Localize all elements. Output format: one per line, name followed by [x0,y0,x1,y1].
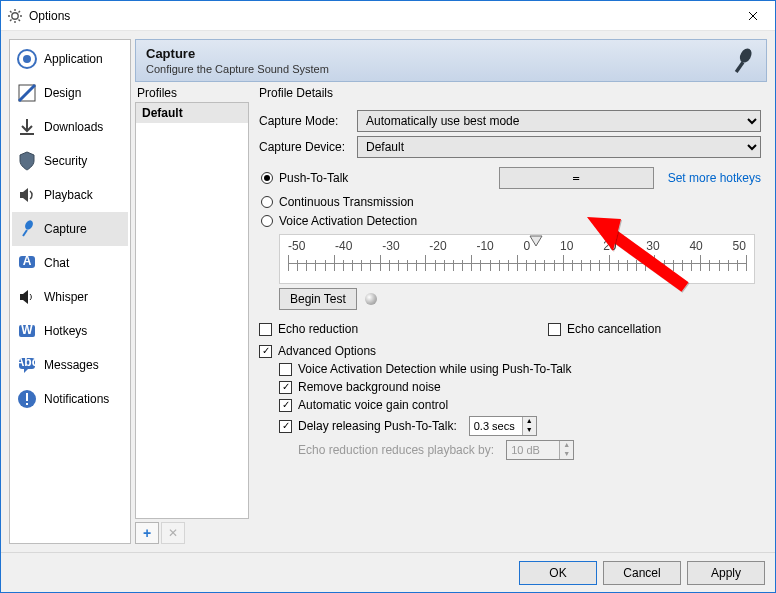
hotkeys-icon: W [16,320,38,342]
sidebar-item-chat[interactable]: A Chat [12,246,128,280]
delay-spinner[interactable]: ▲▼ [469,416,537,436]
details-header: Profile Details [257,86,767,100]
echo-reduction-spinner: ▲▼ [506,440,574,460]
profiles-column: Profiles Default + ✕ [135,86,249,544]
sidebar-label: Downloads [44,120,103,134]
sidebar-item-application[interactable]: Application [12,42,128,76]
microphone-icon [728,46,758,76]
slider-thumb-icon[interactable] [529,235,543,247]
svg-text:Abc: Abc [16,355,38,369]
page-subtitle: Configure the Capture Sound System [146,63,720,75]
cancel-button[interactable]: Cancel [603,561,681,585]
window-body: Application Design Downloads Security Pl… [1,31,775,552]
vad-threshold-slider[interactable]: -50 -40 -30 -20 -10 0 10 20 30 40 50 [279,234,755,284]
svg-line-25 [736,62,743,72]
content-pane: Capture Configure the Capture Sound Syst… [135,39,767,544]
echo-reduction-amount-row: Echo reduction reduces playback by: ▲▼ [279,440,761,460]
sidebar-item-whisper[interactable]: Whisper [12,280,128,314]
add-profile-button[interactable]: + [135,522,159,544]
svg-line-5 [10,11,12,13]
sidebar-item-downloads[interactable]: Downloads [12,110,128,144]
checkbox-icon: ✓ [279,381,292,394]
capture-mode-select[interactable]: Automatically use best mode [357,110,761,132]
capture-device-select[interactable]: Default [357,136,761,158]
radio-dot-icon [261,215,273,227]
echo-reduction-checkbox[interactable]: Echo reduction [259,322,358,336]
chat-icon: A [16,252,38,274]
svg-line-14 [23,230,27,236]
gear-icon [7,8,23,24]
svg-text:A: A [23,254,32,268]
category-sidebar: Application Design Downloads Security Pl… [9,39,131,544]
remove-bg-noise-checkbox[interactable]: ✓ Remove background noise [279,380,761,394]
sidebar-item-capture[interactable]: Capture [12,212,128,246]
microphone-icon [16,218,38,240]
vad-while-ptt-checkbox[interactable]: Voice Activation Detection while using P… [279,362,761,376]
apply-button[interactable]: Apply [687,561,765,585]
whisper-icon [16,286,38,308]
svg-rect-23 [26,403,28,405]
plus-icon: + [143,525,151,541]
sidebar-item-messages[interactable]: Abc Messages [12,348,128,382]
svg-line-7 [10,19,12,21]
design-icon [16,82,38,104]
delay-ptt-checkbox[interactable]: ✓ Delay releasing Push-To-Talk: ▲▼ [279,416,761,436]
dialog-footer: OK Cancel Apply [1,552,775,592]
echo-cancellation-checkbox[interactable]: Echo cancellation [548,322,661,336]
svg-point-10 [23,55,31,63]
profile-details: Profile Details Capture Mode: Automatica… [257,86,767,544]
radio-dot-icon [261,196,273,208]
continuous-radio[interactable]: Continuous Transmission [261,195,761,209]
options-window: Options Application Design Downloads Sec… [0,0,776,593]
download-icon [16,116,38,138]
sidebar-label: Design [44,86,81,100]
close-button[interactable] [730,1,775,31]
page-banner: Capture Configure the Capture Sound Syst… [135,39,767,82]
sidebar-label: Security [44,154,87,168]
window-title: Options [29,9,730,23]
radio-dot-icon [261,172,273,184]
set-more-hotkeys-link[interactable]: Set more hotkeys [668,171,761,185]
sidebar-item-security[interactable]: Security [12,144,128,178]
page-title: Capture [146,46,720,61]
speaker-icon [16,184,38,206]
app-icon [16,48,38,70]
profile-item[interactable]: Default [136,103,248,123]
sidebar-item-hotkeys[interactable]: W Hotkeys [12,314,128,348]
sidebar-label: Capture [44,222,87,236]
radio-label: Voice Activation Detection [279,214,417,228]
sidebar-label: Chat [44,256,69,270]
checkbox-icon [548,323,561,336]
auto-gain-checkbox[interactable]: ✓ Automatic voice gain control [279,398,761,412]
ptt-hotkey-field[interactable]: = [499,167,654,189]
titlebar: Options [1,1,775,31]
svg-rect-22 [26,393,28,401]
delete-profile-button[interactable]: ✕ [161,522,185,544]
sidebar-item-playback[interactable]: Playback [12,178,128,212]
advanced-options-checkbox[interactable]: ✓ Advanced Options [259,344,761,358]
sidebar-label: Playback [44,188,93,202]
svg-line-6 [19,19,21,21]
radio-label: Push-To-Talk [279,171,348,185]
shield-icon [16,150,38,172]
radio-label: Continuous Transmission [279,195,414,209]
begin-test-button[interactable]: Begin Test [279,288,357,310]
capture-device-label: Capture Device: [259,140,351,154]
sidebar-item-notifications[interactable]: Notifications [12,382,128,416]
vad-radio[interactable]: Voice Activation Detection [261,214,761,228]
profiles-header: Profiles [135,86,249,100]
svg-text:W: W [21,323,33,337]
sidebar-item-design[interactable]: Design [12,76,128,110]
profile-list[interactable]: Default [135,102,249,519]
ok-button[interactable]: OK [519,561,597,585]
sidebar-label: Notifications [44,392,109,406]
x-icon: ✕ [168,526,178,540]
sidebar-label: Whisper [44,290,88,304]
notifications-icon [16,388,38,410]
delay-value-input[interactable] [470,417,522,435]
push-to-talk-radio[interactable]: Push-To-Talk [261,171,348,185]
sidebar-label: Application [44,52,103,66]
checkbox-icon: ✓ [279,399,292,412]
svg-point-0 [12,12,18,18]
checkbox-icon: ✓ [259,345,272,358]
